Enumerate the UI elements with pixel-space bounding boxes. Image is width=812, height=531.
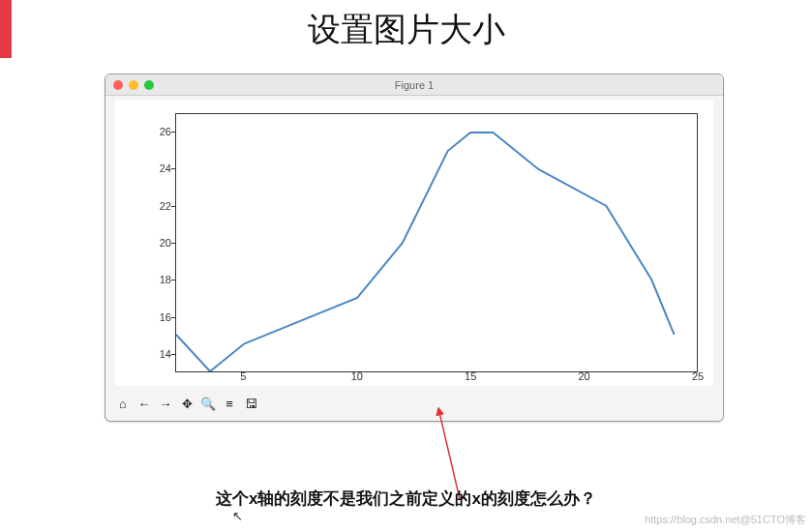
figure-window: Figure 1 14161820222426 510152025 ⌂ ← → … <box>105 74 724 422</box>
x-tick-label: 20 <box>578 370 589 382</box>
y-tick-label: 14 <box>150 348 171 360</box>
y-tick-label: 24 <box>150 162 171 174</box>
y-tick-label: 20 <box>150 237 171 249</box>
y-tick-label: 18 <box>150 274 171 285</box>
save-icon[interactable]: 🖫 <box>241 394 260 413</box>
plot-area: 14161820222426 510152025 <box>115 100 713 386</box>
svg-line-0 <box>438 408 460 499</box>
x-tick-label: 5 <box>240 370 246 382</box>
x-tick-label: 25 <box>692 370 704 382</box>
back-icon[interactable]: ← <box>135 394 154 413</box>
page-title: 设置图片大小 <box>0 0 812 52</box>
zoom-icon[interactable]: 🔍 <box>198 394 218 413</box>
window-titlebar: Figure 1 <box>105 74 723 96</box>
line-series <box>176 114 697 371</box>
watermark-text: https://blog.csdn.net@51CTO博客 <box>645 513 806 527</box>
cursor-icon: ↖ <box>232 509 243 523</box>
matplotlib-toolbar: ⌂ ← → ✥ 🔍 ≡ 🖫 <box>113 392 260 415</box>
configure-icon[interactable]: ≡ <box>220 394 239 413</box>
x-tick-label: 15 <box>465 370 476 382</box>
x-tick-label: 10 <box>351 370 363 382</box>
pan-icon[interactable]: ✥ <box>177 394 196 413</box>
y-tick-label: 26 <box>150 126 171 137</box>
y-tick-label: 22 <box>150 200 171 212</box>
maximize-icon[interactable] <box>144 80 154 90</box>
traffic-lights <box>113 80 154 90</box>
accent-bar <box>0 0 12 58</box>
chart-axes <box>175 113 698 372</box>
caption-text: 这个x轴的刻度不是我们之前定义的x的刻度怎么办？ <box>0 487 812 510</box>
forward-icon[interactable]: → <box>156 394 175 413</box>
y-tick-label: 16 <box>150 311 171 323</box>
minimize-icon[interactable] <box>129 80 138 90</box>
home-icon[interactable]: ⌂ <box>113 394 133 413</box>
close-icon[interactable] <box>113 80 123 90</box>
window-title: Figure 1 <box>395 79 434 91</box>
